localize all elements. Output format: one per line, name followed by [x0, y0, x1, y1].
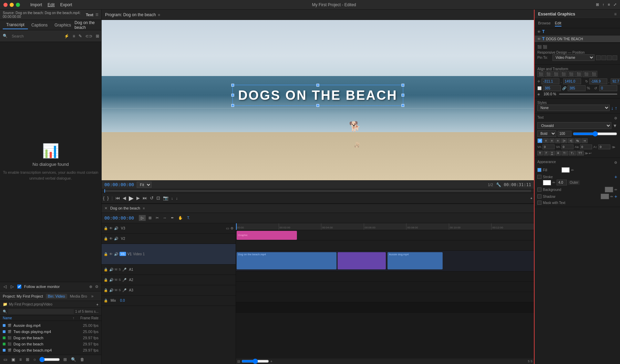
list-view-icon[interactable]: ≡ [72, 33, 76, 39]
responsive-icon2[interactable]: ⬛ [543, 45, 547, 49]
italic-btn[interactable]: T [544, 151, 549, 156]
safe-margins-btn[interactable]: ⊡ [156, 195, 160, 201]
align-left[interactable]: ⬛ [537, 71, 544, 77]
align-center-btn[interactable]: ≡ [543, 138, 548, 143]
lock-icon[interactable]: 🔒 [104, 288, 108, 292]
fill-color[interactable] [561, 167, 570, 173]
lock-icon[interactable]: 🔒 [104, 299, 108, 302]
leading-input[interactable] [580, 144, 592, 149]
extend-icon[interactable]: ⊞ [95, 33, 100, 39]
video-clip-blank[interactable] [338, 252, 386, 269]
tl-text-tool[interactable]: T. [186, 215, 192, 221]
tl-slip-tool[interactable]: ↔ [162, 215, 168, 221]
prev-icon[interactable]: ◁ [3, 283, 7, 290]
rtl-btn[interactable]: ↩ [589, 151, 591, 156]
align-right-btn[interactable]: ≡ [549, 138, 555, 143]
import-style-btn[interactable]: ↑ [615, 105, 617, 111]
scale-w[interactable] [543, 85, 561, 91]
align-justify-btn[interactable]: ≡ [555, 138, 560, 143]
rot-x[interactable] [589, 78, 607, 84]
scale-h[interactable] [568, 85, 586, 91]
video-clip-2[interactable]: Aussie dog.mp4 [388, 252, 443, 269]
font-size-input[interactable] [558, 131, 571, 137]
video-clip-1[interactable]: Dog on the beach.mp4 [237, 252, 337, 269]
loop-btn[interactable]: ↺ [150, 195, 154, 201]
underline-btn[interactable]: T [549, 151, 555, 156]
tl-pen-tool[interactable]: ✒ [169, 215, 175, 221]
source-menu-icon[interactable]: ☰ [95, 13, 99, 17]
superscript-btn[interactable]: T↑ [561, 151, 568, 156]
add-stroke-btn[interactable]: + [614, 174, 617, 180]
font-style-dropdown[interactable]: Bold [537, 130, 556, 137]
new-bin-icon[interactable]: ▭ [3, 356, 8, 363]
delete-icon[interactable]: 🗑 [80, 356, 85, 363]
opacity-slider[interactable] [559, 94, 617, 95]
more-text-btn[interactable]: ≫ [612, 145, 615, 149]
tl-timecode[interactable]: 00:00:00:00 [104, 215, 134, 221]
zoom-slider[interactable] [39, 357, 60, 362]
lock-icon[interactable]: 🔒 [104, 252, 108, 256]
responsive-icon1[interactable]: ⬛ [537, 45, 541, 49]
share-icon[interactable]: ↑ [602, 2, 604, 7]
tab-edit[interactable]: Edit [555, 20, 561, 26]
fill-eyedropper[interactable]: ✏ [571, 168, 574, 172]
insert-btn[interactable]: ↓ [171, 196, 173, 200]
speaker-icon3[interactable]: 🔊 [109, 278, 113, 282]
pos-y[interactable] [563, 78, 581, 84]
bin-tab[interactable]: Bin: Video [46, 294, 67, 299]
go-to-out-btn[interactable]: ⏭ [143, 195, 147, 201]
mute-btn3[interactable]: M [115, 288, 117, 292]
project-search[interactable] [8, 309, 74, 314]
new-item-icon[interactable]: ▣ [11, 356, 16, 363]
layer-item-2[interactable]: 👁 T DOGS ON THE BEACH [535, 35, 620, 43]
zoom-in-btn[interactable]: + [270, 360, 272, 363]
solo-btn[interactable]: S [119, 268, 121, 271]
mark-in-btn[interactable]: { [103, 195, 104, 201]
speaker-icon[interactable]: 🔊 [114, 237, 118, 240]
layer-vis-icon2[interactable]: 👁 [537, 37, 541, 41]
stroke-eyedropper[interactable]: ✏ [552, 181, 555, 184]
layer-vis-icon[interactable]: 👁 [537, 30, 541, 34]
fps-column[interactable]: Frame Rate [74, 316, 99, 320]
eye-icon[interactable]: 👁 [109, 252, 113, 256]
align-left-btn[interactable]: ≡ [537, 138, 542, 143]
lock-icon[interactable]: 🔒 [104, 278, 108, 282]
font-chevron[interactable]: ▼ [613, 123, 617, 128]
add-track-btn[interactable]: ▭ [226, 226, 229, 230]
add-icon[interactable]: + [96, 302, 99, 307]
font-dropdown[interactable]: Oswald [537, 122, 611, 129]
tab-graphics[interactable]: Graphics [51, 21, 74, 29]
stroke-checkbox[interactable] [537, 175, 541, 179]
export-frame-btn[interactable]: 📷 [163, 195, 168, 201]
eye-icon[interactable]: 👁 [109, 226, 113, 230]
rot-y[interactable] [611, 78, 620, 84]
styles-dropdown[interactable]: None [537, 105, 610, 111]
mic-icon[interactable]: 🎤 [122, 268, 126, 271]
scrubber-icon[interactable]: ⊕ [89, 285, 92, 289]
col-right-btn[interactable]: ≡| [568, 138, 574, 143]
tab-transcript[interactable]: Transcript [3, 21, 28, 29]
fill-checkbox[interactable] [537, 168, 541, 172]
shadow-color[interactable] [601, 194, 609, 199]
more-style-btn[interactable]: ≫ [585, 151, 588, 156]
text-settings-icon[interactable]: ⚙ [614, 116, 617, 120]
lock-icon[interactable]: 🔒 [104, 268, 108, 271]
follow-active-checkbox[interactable] [17, 285, 21, 289]
search-icon3[interactable]: 🔍 [70, 356, 77, 363]
file-item[interactable]: 🎬 Dog on the beach.mp4 29.97 fps [0, 347, 101, 353]
name-column[interactable]: Name [3, 316, 72, 320]
file-item[interactable]: ⬛ Dog on the beach 29.97 fps [0, 335, 101, 341]
strikethrough-btn[interactable]: T [556, 151, 561, 156]
menu-icon[interactable]: ≡ [608, 2, 610, 7]
mute-btn[interactable]: M [115, 268, 117, 271]
timecode-display[interactable]: 00:00:00:00 [104, 182, 134, 187]
text-wrap-btn[interactable]: ⇥ [581, 138, 588, 143]
speaker-icon2[interactable]: 🔊 [109, 268, 113, 271]
tracking-input[interactable] [561, 144, 574, 149]
pin-tl[interactable] [596, 55, 601, 60]
rotation-val[interactable] [599, 85, 617, 91]
menu-import[interactable]: Import [30, 2, 42, 7]
edit-icon[interactable]: ✎ [78, 33, 83, 39]
timeline-ruler[interactable]: 00:00 00:02:00 00:04:00 00:06:00 00:08:0… [236, 223, 534, 230]
graphic-clip[interactable]: Graphic [237, 231, 297, 240]
